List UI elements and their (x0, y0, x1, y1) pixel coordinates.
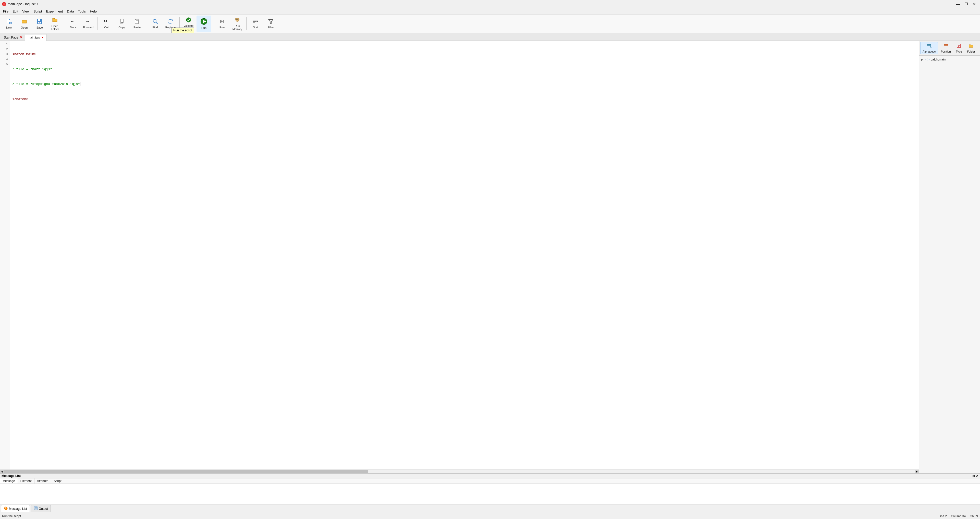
editor-area: 1 2 3 4 5 <batch main> / file = "bart.iq… (0, 41, 919, 473)
tab-label-main-iqjs: main.iqjs (28, 36, 40, 39)
forward-label: Forward (83, 26, 94, 29)
toolbar-button-find[interactable]: Find (148, 16, 162, 32)
close-button[interactable]: ✕ (971, 0, 978, 8)
toolbar-button-open-folder[interactable]: OpenFolder (48, 16, 62, 32)
scroll-right-button[interactable]: ▶ (915, 470, 919, 473)
menu-item-view[interactable]: View (20, 8, 32, 15)
message-tab-script[interactable]: Script (51, 478, 64, 484)
toolbar-button-run2[interactable]: Run (215, 16, 229, 32)
message-tabs: MessageElementAttributeScript (0, 478, 980, 484)
bottom-tab-message-list[interactable]: !Message List (1, 505, 30, 513)
horizontal-scrollbar[interactable]: ◀ ▶ (0, 470, 919, 473)
alphabetic-panel-icon (927, 43, 932, 49)
back-icon: ← (70, 19, 76, 25)
menu-item-edit[interactable]: Edit (11, 8, 20, 15)
find-icon (152, 19, 158, 25)
tab-bar: Start Page✕main.iqjs✕ (0, 33, 980, 41)
line-number: 3 (2, 52, 8, 57)
bottom-tab-output[interactable]: Output (31, 505, 51, 513)
toolbar-button-cut[interactable]: ✂Cut (99, 16, 114, 32)
run-label: Run (201, 26, 207, 29)
run-icon (200, 18, 207, 26)
menu-item-tools[interactable]: Tools (76, 8, 88, 15)
menu-item-script[interactable]: Script (32, 8, 44, 15)
toolbar-button-forward[interactable]: →Forward (81, 16, 96, 32)
paste-icon (134, 19, 140, 25)
line-numbers: 1 2 3 4 5 (0, 41, 10, 470)
type-panel-label: Type (956, 50, 962, 53)
message-panel-header: Message List ⊞ ✕ (0, 474, 980, 478)
folder-panel-icon (969, 43, 974, 49)
tab-close-main-iqjs[interactable]: ✕ (41, 36, 44, 39)
validate-icon (186, 17, 191, 24)
toolbar-button-run-monkey[interactable]: RunMonkey (230, 16, 245, 32)
copy-label: Copy (118, 26, 125, 29)
tree-item-batch-main[interactable]: ▶ <> batch.main (920, 57, 979, 62)
open-label: Open (21, 26, 28, 29)
svg-marker-18 (168, 22, 169, 24)
maximize-button[interactable]: ❐ (963, 0, 970, 8)
code-editor[interactable]: <batch main> / file = "bart.iqjs" / file… (10, 41, 919, 470)
menu-item-file[interactable]: File (1, 8, 11, 15)
menu-item-data[interactable]: Data (65, 8, 76, 15)
menu-item-experiment[interactable]: Experiment (44, 8, 65, 15)
scroll-left-button[interactable]: ◀ (0, 470, 3, 473)
svg-marker-17 (172, 19, 173, 21)
right-panel: AlphabeticPositionTypeFolder ▶ <> batch.… (919, 41, 980, 473)
alphabetic-panel-label: Alphabetic (923, 50, 935, 53)
scroll-thumb[interactable] (3, 470, 368, 473)
status-column: Column 34 (951, 514, 966, 518)
run2-icon (219, 19, 225, 25)
scroll-track[interactable] (3, 470, 915, 473)
right-panel-tab-position[interactable]: Position (939, 42, 953, 54)
title-left: main.iqjs* - Inquisit 7 (2, 2, 38, 6)
svg-line-16 (156, 22, 158, 24)
open-folder-label: OpenFolder (51, 24, 59, 30)
tree-arrow-icon: ▶ (921, 58, 924, 61)
code-line-5 (12, 111, 917, 116)
window-title: main.iqjs* - Inquisit 7 (8, 2, 38, 6)
svg-marker-22 (220, 20, 223, 23)
find-label: Find (152, 26, 158, 29)
toolbar-button-new[interactable]: +New (2, 16, 16, 32)
sort-icon (253, 19, 258, 25)
svg-rect-5 (38, 19, 40, 21)
message-tab-message[interactable]: Message (0, 478, 18, 484)
toolbar-button-run[interactable]: Run (197, 16, 211, 32)
message-tab-element[interactable]: Element (18, 478, 35, 484)
editor-content[interactable]: 1 2 3 4 5 <batch main> / file = "bart.iq… (0, 41, 919, 470)
right-panel-tab-folder[interactable]: Folder (965, 42, 977, 54)
menu-bar: FileEditViewScriptExperimentDataToolsHel… (0, 8, 980, 15)
toolbar-button-validate[interactable]: ValidateScript (181, 16, 196, 32)
right-panel-tab-type[interactable]: Type (954, 42, 964, 54)
toolbar-button-open[interactable]: Open (17, 16, 32, 32)
message-tab-attribute[interactable]: Attribute (35, 478, 51, 484)
tab-close-start-page[interactable]: ✕ (20, 36, 22, 39)
toolbar-button-save[interactable]: Save (32, 16, 47, 32)
cut-label: Cut (104, 26, 108, 29)
minimize-button[interactable]: — (955, 0, 962, 8)
type-panel-icon (956, 43, 961, 49)
toolbar-separator (213, 18, 213, 30)
output-tab-icon (34, 506, 38, 511)
right-panel-content: ▶ <> batch.main (919, 56, 980, 473)
toolbar-button-copy[interactable]: Copy (115, 16, 129, 32)
svg-marker-34 (269, 19, 273, 24)
svg-point-28 (237, 19, 237, 20)
tab-main-iqjs[interactable]: main.iqjs✕ (25, 34, 46, 41)
svg-rect-7 (39, 22, 40, 23)
toolbar-button-sort[interactable]: Sort (248, 16, 263, 32)
app-icon (2, 2, 6, 6)
panel-expand-button[interactable]: ⊞ (972, 474, 975, 478)
tab-start-page[interactable]: Start Page✕ (1, 34, 25, 41)
toolbar-button-filter[interactable]: Filter (263, 16, 278, 32)
toolbar-button-replace[interactable]: Replace (163, 16, 178, 32)
menu-item-help[interactable]: Help (88, 8, 99, 15)
toolbar-button-paste[interactable]: Paste (130, 16, 145, 32)
message-panel: Message List ⊞ ✕ MessageElementAttribute… (0, 474, 980, 504)
toolbar-button-back[interactable]: ←Back (65, 16, 80, 32)
line-number: 2 (2, 47, 8, 52)
svg-marker-33 (256, 21, 258, 22)
panel-close-button[interactable]: ✕ (976, 474, 978, 478)
right-panel-tab-alphabetic[interactable]: Alphabetic (920, 42, 938, 54)
